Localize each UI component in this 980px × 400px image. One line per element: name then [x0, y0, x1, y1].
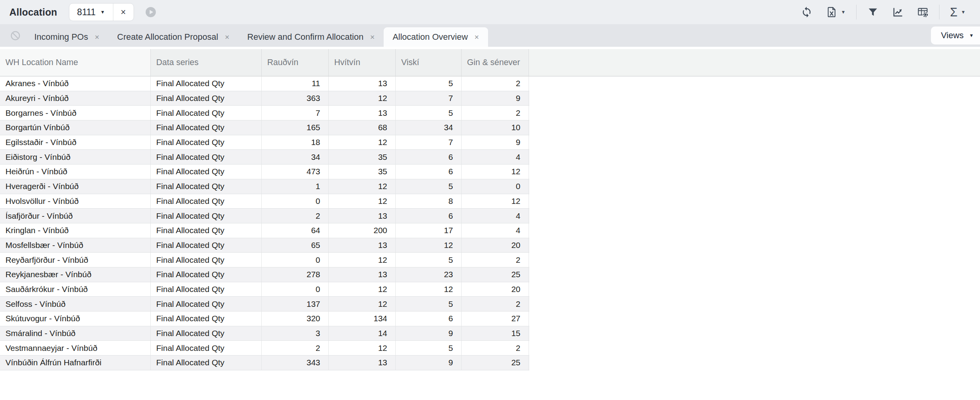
- table-row[interactable]: Ísafjörður - VínbúðFinal Allocated Qty21…: [0, 209, 529, 223]
- cell-value: 12: [329, 253, 396, 267]
- table-row[interactable]: Smáralind - VínbúðFinal Allocated Qty314…: [0, 326, 529, 341]
- table-row[interactable]: Eiðistorg - VínbúðFinal Allocated Qty343…: [0, 150, 529, 165]
- allocation-clear-button[interactable]: ×: [113, 4, 134, 21]
- table-row[interactable]: Borgarnes - VínbúðFinal Allocated Qty713…: [0, 106, 529, 120]
- cell-value: 5: [396, 179, 462, 194]
- sigma-icon: Σ: [950, 6, 957, 18]
- cell-value: 165: [262, 120, 329, 135]
- cell-location: Egilsstaðir - Vínbúð: [0, 135, 151, 150]
- cell-value: 12: [329, 297, 396, 311]
- cell-value: 11: [262, 76, 329, 91]
- chart-view-button[interactable]: [885, 4, 910, 21]
- cell-value: 12: [329, 135, 396, 150]
- cell-value: 12: [396, 282, 462, 297]
- tab-review-and-confirm-allocation[interactable]: Review and Confirm Allocation×: [238, 27, 384, 47]
- cell-value: 4: [462, 209, 529, 223]
- allocation-dropdown[interactable]: 8111 ▼: [69, 4, 113, 21]
- table-row[interactable]: Borgartún VínbúðFinal Allocated Qty16568…: [0, 120, 529, 135]
- tab-label: Allocation Overview: [393, 32, 468, 42]
- cell-value: 13: [329, 76, 396, 91]
- cell-location: Kringlan - Vínbúð: [0, 223, 151, 238]
- cell-value: 2: [462, 297, 529, 311]
- tab-bar: Incoming POs×Create Allocation Proposal×…: [0, 24, 980, 47]
- cell-value: 137: [262, 297, 329, 311]
- cell-data-series: Final Allocated Qty: [151, 341, 262, 355]
- export-excel-button[interactable]: ▼: [819, 4, 852, 21]
- cell-value: 68: [329, 120, 396, 135]
- table-row[interactable]: Sauðárkrókur - VínbúðFinal Allocated Qty…: [0, 282, 529, 297]
- cell-data-series: Final Allocated Qty: [151, 135, 262, 150]
- table-row[interactable]: Reyðarfjörður - VínbúðFinal Allocated Qt…: [0, 253, 529, 267]
- column-header-visk[interactable]: Viskí: [396, 49, 462, 76]
- cell-value: 8: [396, 194, 462, 209]
- table-row[interactable]: Reykjanesbær - VínbúðFinal Allocated Qty…: [0, 267, 529, 282]
- play-circle-icon: [145, 6, 157, 18]
- cell-value: 5: [396, 253, 462, 267]
- views-label: Views: [941, 30, 964, 41]
- cell-data-series: Final Allocated Qty: [151, 91, 262, 106]
- column-header-wh-location-name[interactable]: WH Location Name: [0, 49, 151, 76]
- cell-value: 20: [462, 238, 529, 253]
- cell-data-series: Final Allocated Qty: [151, 356, 262, 370]
- cell-value: 134: [329, 312, 396, 326]
- cell-value: 320: [262, 312, 329, 326]
- cell-value: 9: [462, 91, 529, 106]
- table-row[interactable]: Vínbúðin Álfrún HafnarfirðiFinal Allocat…: [0, 356, 529, 370]
- column-header-rau-v-n[interactable]: Rauðvín: [262, 49, 329, 76]
- cell-value: 2: [462, 341, 529, 355]
- cell-value: 6: [396, 209, 462, 223]
- cell-data-series: Final Allocated Qty: [151, 223, 262, 238]
- cell-value: 4: [462, 223, 529, 238]
- table-row[interactable]: Heiðrún - VínbúðFinal Allocated Qty47335…: [0, 165, 529, 179]
- column-header-gin-s-never[interactable]: Gin & sénever: [462, 49, 529, 76]
- cell-value: 4: [462, 150, 529, 164]
- cell-value: 25: [462, 356, 529, 370]
- table-row[interactable]: Mosfellsbær - VínbúðFinal Allocated Qty6…: [0, 238, 529, 253]
- table-row[interactable]: Akureyri - VínbúðFinal Allocated Qty3631…: [0, 91, 529, 106]
- tab-close-icon[interactable]: ×: [95, 33, 99, 42]
- tab-close-icon[interactable]: ×: [370, 33, 375, 42]
- cell-value: 9: [396, 356, 462, 370]
- tab-close-icon[interactable]: ×: [474, 33, 479, 42]
- table-row[interactable]: Egilsstaðir - VínbúðFinal Allocated Qty1…: [0, 135, 529, 150]
- tab-incoming-pos[interactable]: Incoming POs×: [25, 27, 108, 47]
- table-row[interactable]: Hveragerði - VínbúðFinal Allocated Qty11…: [0, 179, 529, 194]
- table-row[interactable]: Hvolsvöllur - VínbúðFinal Allocated Qty0…: [0, 194, 529, 209]
- tab-label: Review and Confirm Allocation: [247, 32, 363, 42]
- run-button[interactable]: [145, 6, 157, 18]
- content-area: WH Location NameData seriesRauðvínHvítví…: [0, 47, 980, 370]
- views-button[interactable]: Views ▼: [931, 27, 980, 44]
- cell-location: Reyðarfjörður - Vínbúð: [0, 253, 151, 267]
- table-settings-button[interactable]: [910, 4, 935, 21]
- refresh-button[interactable]: [794, 4, 819, 21]
- cell-value: 14: [329, 326, 396, 341]
- cell-data-series: Final Allocated Qty: [151, 150, 262, 164]
- column-header-data-series[interactable]: Data series: [151, 49, 262, 76]
- cell-value: 7: [396, 135, 462, 150]
- aggregation-button[interactable]: Σ ▼: [943, 4, 972, 21]
- filter-button[interactable]: [860, 4, 885, 21]
- column-header-hv-tv-n[interactable]: Hvítvín: [329, 49, 396, 76]
- table-row[interactable]: Skútuvogur - VínbúðFinal Allocated Qty32…: [0, 312, 529, 326]
- table-row[interactable]: Akranes - VínbúðFinal Allocated Qty11135…: [0, 76, 529, 91]
- cell-value: 17: [396, 223, 462, 238]
- blocked-tab-button[interactable]: [10, 30, 21, 41]
- tab-allocation-overview[interactable]: Allocation Overview×: [384, 27, 488, 47]
- cell-value: 12: [329, 341, 396, 355]
- cell-data-series: Final Allocated Qty: [151, 326, 262, 341]
- tab-close-icon[interactable]: ×: [225, 33, 229, 42]
- cell-value: 6: [396, 312, 462, 326]
- cell-value: 0: [262, 194, 329, 209]
- cell-value: 18: [262, 135, 329, 150]
- table-row[interactable]: Selfoss - VínbúðFinal Allocated Qty13712…: [0, 297, 529, 312]
- cell-data-series: Final Allocated Qty: [151, 282, 262, 297]
- cell-data-series: Final Allocated Qty: [151, 165, 262, 179]
- cell-location: Heiðrún - Vínbúð: [0, 165, 151, 179]
- table-row[interactable]: Vestmannaeyjar - VínbúðFinal Allocated Q…: [0, 341, 529, 356]
- table-row[interactable]: Kringlan - VínbúðFinal Allocated Qty6420…: [0, 223, 529, 238]
- cell-value: 2: [262, 209, 329, 223]
- cell-data-series: Final Allocated Qty: [151, 76, 262, 91]
- cell-value: 6: [396, 150, 462, 164]
- tab-create-allocation-proposal[interactable]: Create Allocation Proposal×: [108, 27, 238, 47]
- cell-value: 20: [462, 282, 529, 297]
